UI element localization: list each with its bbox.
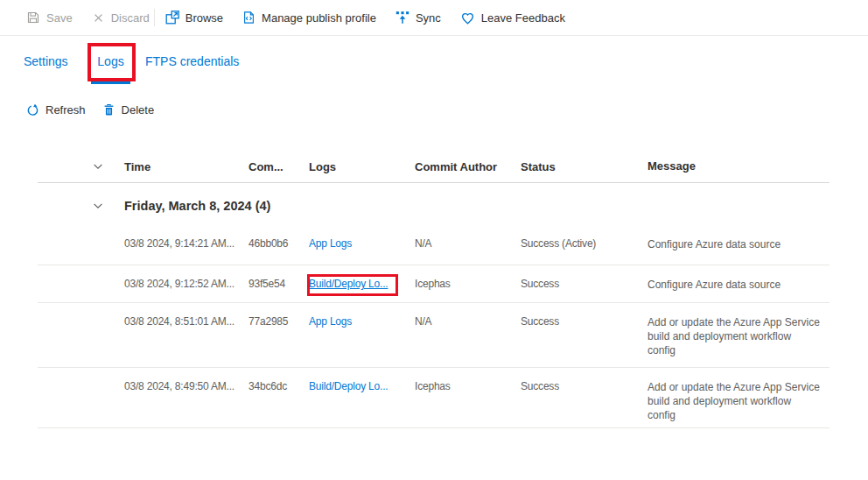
refresh-button[interactable]: Refresh (26, 103, 86, 116)
cell-time: 03/8 2024, 8:49:50 AM... (124, 380, 248, 392)
delete-label: Delete (122, 103, 155, 116)
sync-label: Sync (416, 11, 441, 25)
table-row[interactable]: 03/8 2024, 8:51:01 AM... 77a2985 App Log… (38, 303, 830, 368)
browse-label: Browse (186, 11, 223, 25)
cell-commit-author: Icephas (415, 380, 521, 392)
sync-button[interactable]: Sync (396, 11, 441, 25)
delete-button[interactable]: Delete (102, 103, 155, 116)
table-header-row: Time Com... Logs Commit Author Status Me… (38, 151, 830, 183)
header-message[interactable]: Message (648, 159, 830, 173)
leave-feedback-label: Leave Feedback (481, 11, 565, 25)
table-row[interactable]: 03/8 2024, 9:12:52 AM... 93f5e54 Build/D… (38, 265, 830, 303)
cell-message: Add or update the Azure App Service buil… (648, 315, 830, 357)
save-icon (26, 11, 40, 25)
cell-message: Configure Azure data source (648, 237, 830, 251)
top-toolbar: Save Discard Browse Manage publish profi… (0, 0, 868, 36)
chevron-down-icon (92, 160, 104, 173)
group-row[interactable]: Friday, March 8, 2024 (4) (38, 183, 830, 225)
group-label: Friday, March 8, 2024 (4) (124, 199, 270, 213)
refresh-icon (26, 103, 39, 116)
app-logs-link[interactable]: App Logs (309, 237, 352, 250)
cell-status: Success (Active) (521, 237, 648, 250)
deployment-logs-table: Time Com... Logs Commit Author Status Me… (38, 151, 830, 428)
cell-commit: 46bb0b6 (248, 237, 309, 250)
cell-status: Success (521, 278, 648, 290)
build-deploy-logs-link[interactable]: Build/Deploy Lo... (309, 380, 388, 392)
discard-button[interactable]: Discard (92, 11, 150, 25)
header-commit[interactable]: Com... (248, 160, 309, 173)
tab-ftps-credentials[interactable]: FTPS credentials (145, 54, 239, 68)
cell-commit: 93f5e54 (248, 278, 309, 290)
heart-icon (460, 11, 475, 25)
leave-feedback-button[interactable]: Leave Feedback (460, 11, 565, 25)
browse-button[interactable]: Browse (165, 11, 223, 25)
logs-command-bar: Refresh Delete (26, 95, 171, 124)
cell-status: Success (521, 315, 648, 328)
cell-time: 03/8 2024, 9:12:52 AM... (124, 278, 248, 290)
sync-icon (396, 11, 410, 25)
table-row[interactable]: 03/8 2024, 9:14:21 AM... 46bb0b6 App Log… (38, 225, 830, 265)
cell-message: Configure Azure data source (648, 278, 830, 292)
discard-icon (92, 11, 105, 25)
header-status[interactable]: Status (521, 160, 648, 173)
cell-commit-author: Icephas (415, 278, 521, 290)
chevron-down-icon (92, 200, 104, 212)
header-time[interactable]: Time (124, 160, 248, 173)
toolbar-divider (154, 9, 155, 26)
group-collapse-cell[interactable] (38, 200, 124, 212)
header-collapse-cell[interactable] (38, 160, 124, 173)
save-label: Save (46, 11, 73, 25)
cell-status: Success (521, 380, 648, 392)
cell-commit-author: N/A (415, 315, 521, 328)
cell-commit: 34bc6dc (248, 380, 309, 392)
cell-commit: 77a2985 (248, 315, 309, 328)
tab-settings[interactable]: Settings (24, 54, 68, 68)
manage-publish-profile-button[interactable]: Manage publish profile (242, 11, 376, 25)
app-logs-link[interactable]: App Logs (309, 315, 352, 328)
manage-publish-profile-label: Manage publish profile (262, 11, 376, 25)
table-row[interactable]: 03/8 2024, 8:49:50 AM... 34bc6dc Build/D… (38, 368, 830, 428)
cell-time: 03/8 2024, 8:51:01 AM... (124, 315, 248, 328)
cell-commit-author: N/A (415, 237, 521, 250)
cell-message: Add or update the Azure App Service buil… (648, 380, 830, 422)
trash-icon (102, 103, 116, 116)
tab-logs-active-underline (91, 81, 130, 84)
discard-label: Discard (111, 11, 150, 25)
save-button[interactable]: Save (26, 11, 73, 25)
header-logs[interactable]: Logs (309, 160, 415, 173)
build-deploy-logs-link[interactable]: Build/Deploy Lo... (309, 278, 388, 290)
tab-logs[interactable]: Logs (91, 54, 130, 68)
refresh-label: Refresh (46, 103, 86, 116)
cell-time: 03/8 2024, 9:14:21 AM... (124, 237, 248, 250)
publish-profile-icon (242, 11, 256, 25)
header-commit-author[interactable]: Commit Author (415, 160, 521, 173)
browse-icon (165, 11, 179, 25)
